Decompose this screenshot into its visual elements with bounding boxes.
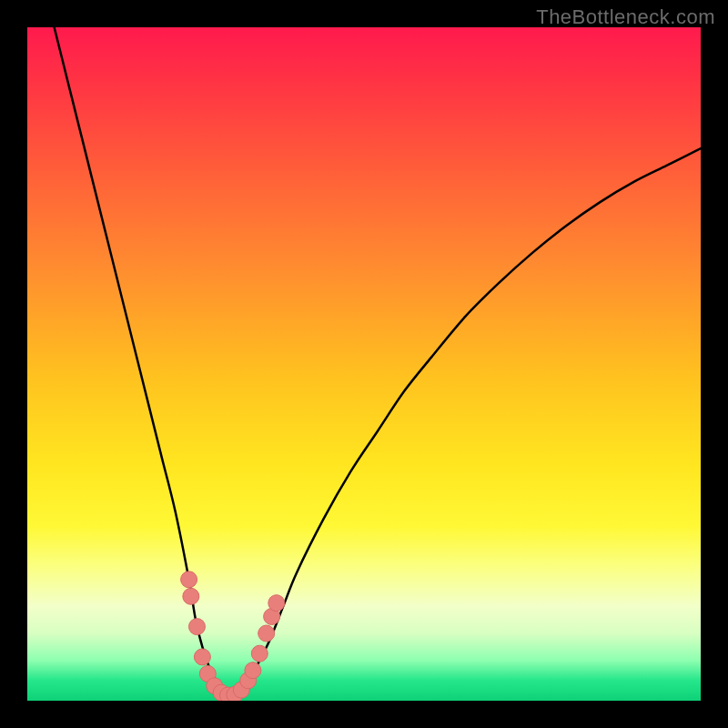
curve-marker [245, 662, 261, 679]
watermark-text: TheBottleneck.com [536, 5, 715, 29]
curve-marker [181, 571, 197, 588]
curve-marker [251, 645, 268, 662]
bottleneck-curve-path [55, 27, 701, 696]
curve-marker [188, 619, 205, 635]
curve-marker [258, 625, 275, 642]
curve-marker [268, 595, 285, 612]
curve-marker [194, 649, 210, 665]
bottleneck-curve-svg [27, 27, 701, 701]
curve-marker [183, 588, 199, 604]
chart-frame: TheBottleneck.com [0, 0, 728, 728]
curve-markers [181, 571, 285, 701]
plot-area [27, 27, 701, 701]
